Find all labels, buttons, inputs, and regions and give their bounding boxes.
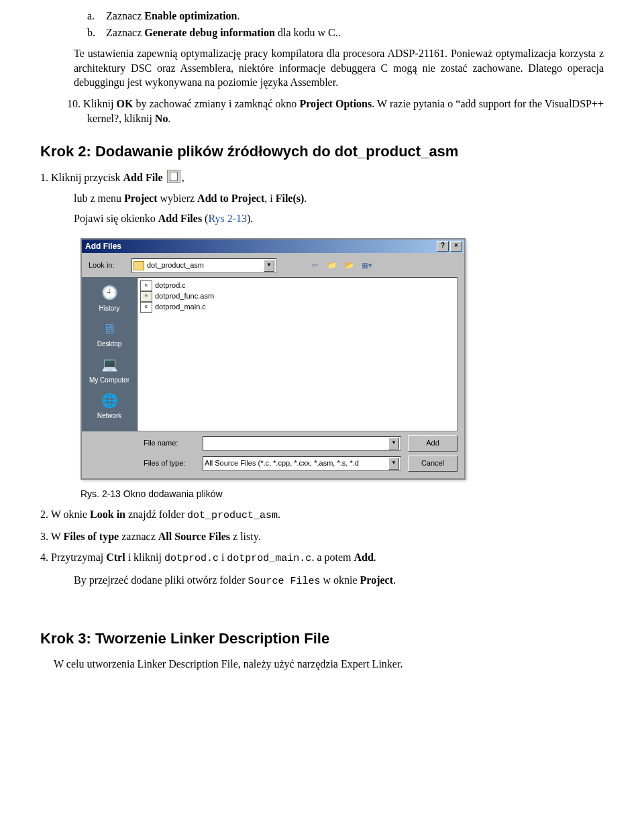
file-item[interactable]: ≡ dotprod_func.asm [140, 291, 454, 302]
sub1-p2: wybierz [158, 193, 198, 204]
step4sub-p1: By przejrzeć dodane pliki otwórz folder [74, 574, 248, 586]
item-a-num: a. [87, 9, 103, 23]
step3-num: 3. [40, 531, 48, 542]
file-name: dotprod_main.c [155, 302, 206, 312]
places-bar: 🕘 History 🖥 Desktop 💻 My Computer 🌐 Netw… [82, 277, 137, 431]
dialog-titlebar: Add Files ? × [82, 240, 464, 253]
step4-b2: Add [354, 552, 373, 563]
place-network-label: Network [97, 411, 122, 421]
item-b-bold: Generate debug information [144, 27, 275, 38]
step1-sub1: lub z menu Project wybierz Add to Projec… [74, 191, 604, 206]
filetype-value: All Source Files (*.c, *.cpp, *.cxx, *.a… [205, 458, 388, 468]
step3-p3: z listy. [230, 531, 261, 542]
sub1-p4: . [304, 193, 307, 204]
sub1-b2: Add to Project [197, 193, 264, 204]
step3-p1: W [48, 531, 64, 542]
step4-m2: dotprod_main.c [227, 553, 311, 564]
item-a-suffix: . [237, 10, 240, 21]
filetype-combo[interactable]: All Source Files (*.c, *.cpp, *.cxx, *.a… [203, 456, 401, 471]
item-b-suffix: dla kodu w C.. [275, 27, 341, 38]
chevron-down-icon[interactable]: ▼ [264, 260, 274, 272]
file-name: dotprod_func.asm [155, 291, 214, 301]
item-b-num: b. [87, 25, 103, 40]
step-2: 2. W oknie Look in znajdź folder dot_pro… [40, 507, 604, 523]
cancel-button[interactable]: Cancel [408, 456, 458, 472]
step1-b1: Add File [123, 172, 163, 183]
place-desktop[interactable]: 🖥 Desktop [85, 317, 133, 352]
place-mycomputer-label: My Computer [89, 376, 129, 385]
place-network[interactable]: 🌐 Network [85, 388, 133, 423]
step-4-sub: By przejrzeć dodane pliki otwórz folder … [74, 573, 604, 588]
place-history[interactable]: 🕘 History [85, 281, 133, 316]
figure-caption: Rys. 2-13 Okno dodawania plików [80, 488, 604, 501]
file-name: dotprod.c [155, 280, 186, 291]
sub2-link: Rys 2-13 [208, 213, 247, 224]
krok3-paragraph: W celu utworzenia Linker Description Fil… [54, 657, 604, 672]
step4sub-p2: w oknie [320, 574, 360, 586]
close-button[interactable]: × [450, 241, 462, 252]
sub2-p1: Pojawi się okienko [74, 213, 158, 224]
step4-p5: . [374, 552, 376, 563]
step2-p1: W oknie [48, 509, 90, 520]
back-icon[interactable]: ⇦ [309, 260, 321, 272]
item10-b2: Project Options [299, 98, 372, 109]
item-10: 10. Kliknij OK by zachować zmiany i zamk… [60, 97, 604, 125]
list-item-a: a. Zaznacz Enable optimization. [40, 9, 604, 23]
paragraph-optimization: Te ustawienia zapewnią optymalizację pra… [74, 46, 604, 90]
step2-p2: znajdź folder [125, 509, 187, 520]
sub2-b1: Add Files [158, 213, 202, 224]
c-file-icon: c [140, 280, 152, 291]
filename-label: File name: [144, 438, 196, 448]
mycomputer-icon: 💻 [99, 356, 120, 374]
step2-m1: dot_product_asm [187, 510, 278, 521]
dialog-title: Add Files [85, 241, 435, 252]
chevron-down-icon[interactable]: ▼ [388, 458, 399, 470]
list-item-b: b. Zaznacz Generate debug information dl… [40, 25, 604, 40]
views-icon[interactable]: ▦▾ [361, 260, 373, 272]
file-item[interactable]: c dotprod_main.c [140, 302, 454, 313]
step3-b2: All Source Files [158, 531, 230, 542]
sub1-b1: Project [124, 193, 157, 204]
item10-b3: No [155, 113, 168, 124]
up-folder-icon[interactable]: 📁 [326, 260, 338, 272]
add-files-dialog-screenshot: Add Files ? × Look in: dot_product_asm ▼… [80, 238, 466, 480]
item-b-prefix: Zaznacz [106, 27, 144, 38]
step1-sub2: Pojawi się okienko Add Files (Rys 2-13). [74, 211, 604, 226]
look-in-label: Look in: [89, 260, 126, 270]
add-button[interactable]: Add [408, 435, 458, 452]
step1-num: 1. [40, 172, 48, 183]
step1-suffix: , [182, 172, 184, 183]
step4-num: 4. [40, 552, 48, 563]
step2-p3: . [278, 509, 280, 520]
step2-b1: Look in [90, 509, 125, 520]
step4sub-b1: Project [360, 574, 393, 586]
sub1-b3: File(s) [276, 193, 305, 204]
asm-file-icon: ≡ [140, 291, 152, 302]
file-item[interactable]: c dotprod.c [140, 280, 454, 291]
new-folder-icon[interactable]: 📂 [343, 260, 356, 272]
folder-icon [133, 261, 144, 270]
item10-b1: OK [117, 98, 133, 109]
network-icon: 🌐 [99, 391, 120, 410]
sub1-p1: lub z menu [74, 193, 124, 204]
chevron-down-icon[interactable]: ▼ [388, 437, 399, 450]
filename-input[interactable]: ▼ [203, 436, 401, 451]
c-file-icon: c [140, 302, 152, 313]
file-list[interactable]: c dotprod.c ≡ dotprod_func.asm c dotprod… [137, 277, 458, 431]
filetype-label: Files of type: [144, 458, 196, 468]
item10-p4: . [168, 113, 170, 124]
help-button[interactable]: ? [437, 241, 449, 252]
item-a-prefix: Zaznacz [106, 10, 144, 21]
desktop-icon: 🖥 [99, 319, 120, 338]
step-3: 3. W Files of type zaznacz All Source Fi… [40, 529, 604, 544]
look-in-combo[interactable]: dot_product_asm ▼ [131, 258, 276, 273]
step-4: 4. Przytrzymaj Ctrl i kliknij dotprod.c … [40, 550, 604, 566]
item-a-bold: Enable optimization [144, 10, 237, 21]
step4-p1: Przytrzymaj [48, 552, 106, 563]
add-file-icon [167, 170, 180, 183]
step4-p4: . a potem [311, 552, 354, 563]
step-1: 1. Kliknij przycisk Add File , [40, 170, 604, 185]
step4-m1: dotprod.c [164, 553, 219, 564]
step2-num: 2. [40, 509, 48, 520]
place-mycomputer[interactable]: 💻 My Computer [85, 353, 133, 388]
